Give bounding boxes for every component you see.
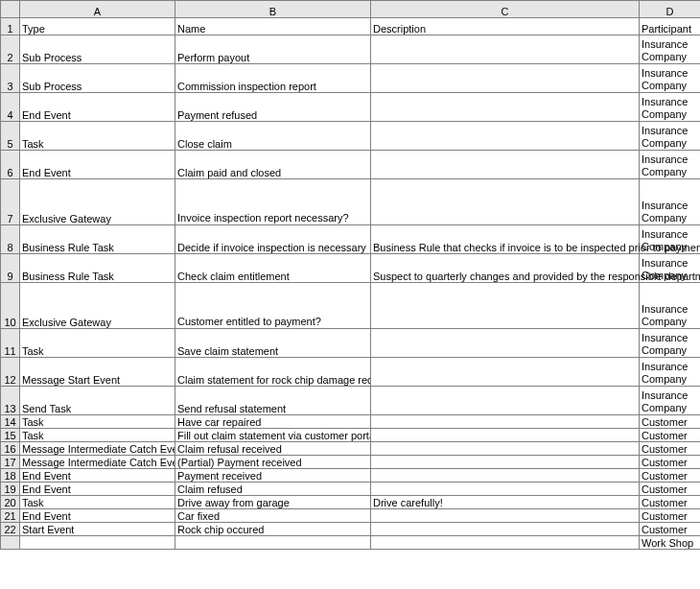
row-header[interactable]: 22 bbox=[1, 523, 20, 536]
cell[interactable] bbox=[20, 536, 175, 550]
cell[interactable]: Payment received bbox=[175, 469, 371, 483]
row-header[interactable]: 10 bbox=[1, 283, 20, 329]
cell[interactable]: Send Task bbox=[20, 387, 175, 415]
cell[interactable]: Invoice inspection report necessary? bbox=[175, 179, 371, 225]
row-header[interactable]: 18 bbox=[1, 469, 20, 483]
row-header[interactable]: 5 bbox=[1, 122, 20, 151]
cell[interactable]: Description bbox=[371, 18, 640, 35]
cell[interactable]: Decide if invoice inspection is necessar… bbox=[175, 225, 371, 254]
row-header[interactable]: 6 bbox=[1, 151, 20, 179]
cell[interactable] bbox=[371, 523, 640, 536]
cell[interactable]: Message Start Event bbox=[20, 358, 175, 387]
cell[interactable]: Name bbox=[175, 18, 371, 35]
row-header[interactable]: 4 bbox=[1, 93, 20, 122]
cell[interactable] bbox=[371, 536, 640, 550]
cell[interactable] bbox=[175, 536, 371, 550]
cell[interactable]: Perform payout bbox=[175, 35, 371, 64]
cell[interactable]: Insurance Company bbox=[640, 179, 701, 225]
cell[interactable]: Insurance Company bbox=[640, 122, 701, 151]
cell[interactable]: Insurance Company bbox=[640, 151, 701, 179]
cell[interactable]: Have car repaired bbox=[175, 415, 371, 429]
row-header[interactable]: 21 bbox=[1, 509, 20, 523]
cell[interactable] bbox=[371, 283, 640, 329]
cell[interactable] bbox=[371, 179, 640, 225]
cell[interactable] bbox=[371, 456, 640, 469]
cell[interactable]: Customer bbox=[640, 469, 701, 483]
cell[interactable]: Send refusal statement bbox=[175, 387, 371, 415]
cell[interactable]: Customer bbox=[640, 496, 701, 509]
row-header[interactable]: 3 bbox=[1, 64, 20, 93]
cell[interactable]: Insurance Company bbox=[640, 64, 701, 93]
spreadsheet[interactable]: A B C D 1TypeNameDescriptionParticipant2… bbox=[0, 0, 700, 589]
row-header[interactable]: 8 bbox=[1, 225, 20, 254]
col-header-C[interactable]: C bbox=[371, 1, 640, 18]
cell[interactable] bbox=[371, 509, 640, 523]
row-header[interactable]: 7 bbox=[1, 179, 20, 225]
row-header[interactable]: 16 bbox=[1, 442, 20, 456]
cell[interactable]: Task bbox=[20, 429, 175, 442]
cell[interactable] bbox=[371, 442, 640, 456]
cell[interactable]: Customer bbox=[640, 442, 701, 456]
row-header[interactable]: 15 bbox=[1, 429, 20, 442]
cell[interactable]: Insurance Company bbox=[640, 93, 701, 122]
row-header[interactable]: 20 bbox=[1, 496, 20, 509]
cell[interactable]: (Partial) Payment received bbox=[175, 456, 371, 469]
cell[interactable]: Insurance Company bbox=[640, 387, 701, 415]
cell[interactable]: Claim refused bbox=[175, 483, 371, 496]
row-header[interactable]: 12 bbox=[1, 358, 20, 387]
cell[interactable] bbox=[371, 122, 640, 151]
cell[interactable] bbox=[371, 151, 640, 179]
cell[interactable] bbox=[371, 387, 640, 415]
cell[interactable]: Start Event bbox=[20, 523, 175, 536]
cell[interactable] bbox=[371, 358, 640, 387]
col-header-D[interactable]: D bbox=[640, 1, 701, 18]
cell[interactable]: Drive away from garage bbox=[175, 496, 371, 509]
grid[interactable]: A B C D 1TypeNameDescriptionParticipant2… bbox=[0, 0, 700, 550]
cell[interactable]: Insurance Company bbox=[640, 358, 701, 387]
cell[interactable]: Task bbox=[20, 415, 175, 429]
cell[interactable]: Business Rule Task bbox=[20, 225, 175, 254]
cell[interactable]: Message Intermediate Catch Event bbox=[20, 456, 175, 469]
cell[interactable]: Sub Process bbox=[20, 64, 175, 93]
row-header[interactable]: 2 bbox=[1, 35, 20, 64]
cell[interactable]: Task bbox=[20, 329, 175, 358]
cell[interactable]: Save claim statement bbox=[175, 329, 371, 358]
cell[interactable]: Sub Process bbox=[20, 35, 175, 64]
cell[interactable] bbox=[371, 415, 640, 429]
cell[interactable]: Customer bbox=[640, 509, 701, 523]
cell[interactable]: Claim paid and closed bbox=[175, 151, 371, 179]
col-header-A[interactable]: A bbox=[20, 1, 175, 18]
cell[interactable]: End Event bbox=[20, 469, 175, 483]
cell[interactable]: Customer bbox=[640, 429, 701, 442]
cell[interactable]: Suspect to quarterly changes and provide… bbox=[371, 254, 640, 283]
cell[interactable]: Insurance Company bbox=[640, 329, 701, 358]
row-header[interactable]: 1 bbox=[1, 18, 20, 35]
cell[interactable]: Close claim bbox=[175, 122, 371, 151]
cell[interactable] bbox=[371, 64, 640, 93]
row-header[interactable]: 19 bbox=[1, 483, 20, 496]
cell[interactable] bbox=[371, 483, 640, 496]
row-header[interactable]: 14 bbox=[1, 415, 20, 429]
cell[interactable]: Drive carefully! bbox=[371, 496, 640, 509]
cell[interactable]: Claim refusal received bbox=[175, 442, 371, 456]
cell[interactable]: Business Rule Task bbox=[20, 254, 175, 283]
cell[interactable]: Fill out claim statement via customer po… bbox=[175, 429, 371, 442]
cell[interactable]: Customer bbox=[640, 456, 701, 469]
row-header[interactable]: 13 bbox=[1, 387, 20, 415]
cell[interactable]: Task bbox=[20, 496, 175, 509]
cell[interactable]: Customer bbox=[640, 415, 701, 429]
cell[interactable] bbox=[371, 469, 640, 483]
cell[interactable]: Customer entitled to payment? bbox=[175, 283, 371, 329]
cell[interactable]: Exclusive Gateway bbox=[20, 283, 175, 329]
row-header[interactable]: 11 bbox=[1, 329, 20, 358]
cell[interactable]: Payment refused bbox=[175, 93, 371, 122]
cell[interactable]: Exclusive Gateway bbox=[20, 179, 175, 225]
select-all-corner[interactable] bbox=[1, 1, 20, 18]
cell[interactable]: Insurance Company bbox=[640, 35, 701, 64]
row-header[interactable] bbox=[1, 536, 20, 550]
cell[interactable]: Claim statement for rock chip damage rec… bbox=[175, 358, 371, 387]
cell[interactable]: End Event bbox=[20, 509, 175, 523]
cell[interactable]: Customer bbox=[640, 483, 701, 496]
cell[interactable]: Customer bbox=[640, 523, 701, 536]
cell[interactable]: Participant bbox=[640, 18, 701, 35]
